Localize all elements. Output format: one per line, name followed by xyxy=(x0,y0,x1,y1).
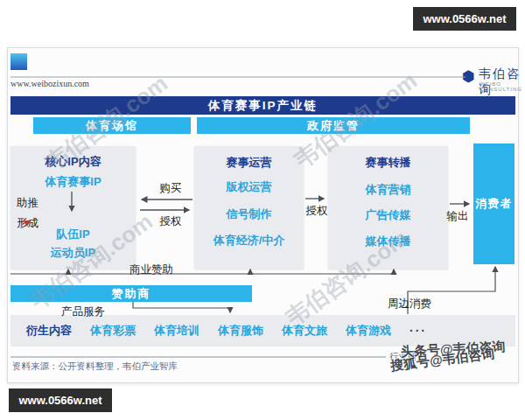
flow-label-license-2: 授权 xyxy=(302,204,332,219)
derivative-item-apparel: 体育服饰 xyxy=(218,323,263,339)
derivative-item-training: 体育培训 xyxy=(154,323,200,339)
core-ip-box: 核心IP内容 体育赛事IP 助推 形成 队伍IP 运动员IP xyxy=(10,146,136,269)
side-label-boost: 助推 xyxy=(17,196,38,211)
broadcast-item-media: 媒体传播 xyxy=(328,234,448,249)
operation-item-economy: 体育经济/中介 xyxy=(194,233,304,248)
operation-item-signal: 信号制作 xyxy=(194,206,304,222)
broadcast-item-advertising: 广告传媒 xyxy=(328,207,448,223)
flow-label-buy: 购买 xyxy=(149,181,192,196)
site-watermark-top: www.0566w.net xyxy=(413,7,516,31)
flow-label-output: 输出 xyxy=(443,209,472,224)
brand-square-icon xyxy=(10,53,27,70)
flow-label-sponsorship: 商业赞助 xyxy=(130,262,173,277)
operation-box-title: 赛事运营 xyxy=(194,155,304,171)
section-bar-regulation: 政府监管 xyxy=(197,117,470,134)
sponsor-bar: 赞助商 xyxy=(10,285,252,302)
core-box-title: 核心IP内容 xyxy=(10,154,136,170)
operation-item-copyright: 版权运营 xyxy=(194,179,304,195)
site-url: www.weibozixun.com xyxy=(10,79,89,88)
flow-label-peripheral-consumption: 周边消费 xyxy=(388,297,431,312)
derivative-item-games: 体育游戏 xyxy=(346,323,391,339)
flow-label-license-1: 授权 xyxy=(149,214,192,229)
source-note: 资料来源：公开资料整理，韦伯产业智库 xyxy=(12,360,178,373)
brand-subtitle: WEIBO CONSULTING xyxy=(480,81,525,92)
diagram-title: 体育赛事IP产业链 xyxy=(10,96,515,115)
broadcast-item-marketing: 体育营销 xyxy=(328,182,448,198)
derivative-more-ellipsis: ··· xyxy=(410,324,427,338)
hexagon-logo-icon: ⬢ xyxy=(462,69,475,84)
core-item-sports-event-ip: 体育赛事IP xyxy=(10,174,136,190)
event-broadcast-box: 赛事转播 体育营销 广告传媒 媒体传播 xyxy=(328,146,448,269)
flow-label-product-service: 产品服务 xyxy=(61,304,105,319)
site-watermark-bottom: www.0566w.net xyxy=(9,388,112,412)
core-item-team-ip: 队伍IP xyxy=(10,227,136,242)
derivative-item-tourism: 体育文旅 xyxy=(282,323,327,339)
broadcast-box-title: 赛事转播 xyxy=(328,155,448,171)
section-bar-venues: 体育场馆 xyxy=(33,117,191,134)
derivative-item-lottery: 体育彩票 xyxy=(90,323,136,339)
core-item-athlete-ip: 运动员IP xyxy=(10,245,136,261)
derivative-title: 衍生内容 xyxy=(26,323,72,339)
consumer-box: 消费者 xyxy=(473,144,514,264)
event-operation-box: 赛事运营 版权运营 信号制作 体育经济/中介 xyxy=(194,146,304,269)
